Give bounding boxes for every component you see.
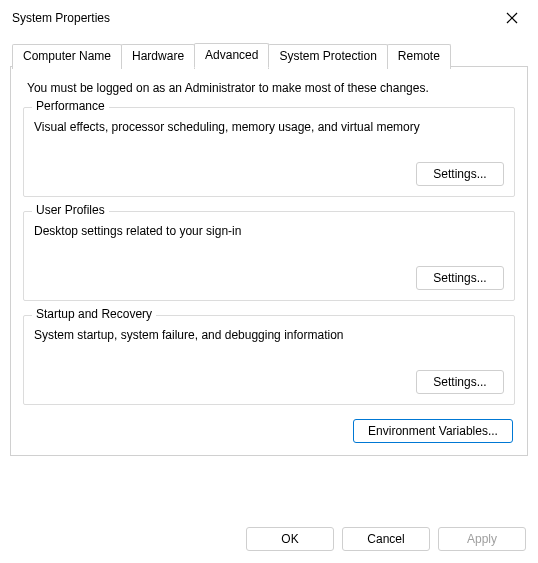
close-icon — [506, 12, 518, 24]
performance-group: Performance Visual effects, processor sc… — [23, 107, 515, 197]
close-button[interactable] — [498, 4, 526, 32]
startup-recovery-desc: System startup, system failure, and debu… — [34, 328, 504, 342]
tab-advanced[interactable]: Advanced — [194, 43, 269, 68]
tab-strip: Computer Name Hardware Advanced System P… — [0, 42, 538, 67]
tab-hardware[interactable]: Hardware — [121, 44, 195, 69]
startup-recovery-group: Startup and Recovery System startup, sys… — [23, 315, 515, 405]
user-profiles-settings-button[interactable]: Settings... — [416, 266, 504, 290]
ok-button[interactable]: OK — [246, 527, 334, 551]
performance-legend: Performance — [32, 99, 109, 113]
user-profiles-legend: User Profiles — [32, 203, 109, 217]
system-properties-window: System Properties Computer Name Hardware… — [0, 0, 538, 563]
performance-desc: Visual effects, processor scheduling, me… — [34, 120, 504, 134]
startup-recovery-legend: Startup and Recovery — [32, 307, 156, 321]
user-profiles-desc: Desktop settings related to your sign-in — [34, 224, 504, 238]
user-profiles-group: User Profiles Desktop settings related t… — [23, 211, 515, 301]
cancel-button[interactable]: Cancel — [342, 527, 430, 551]
tab-system-protection[interactable]: System Protection — [268, 44, 387, 69]
dialog-button-row: OK Cancel Apply — [0, 513, 538, 563]
tab-computer-name[interactable]: Computer Name — [12, 44, 122, 69]
apply-button[interactable]: Apply — [438, 527, 526, 551]
window-title: System Properties — [12, 11, 110, 25]
environment-variables-button[interactable]: Environment Variables... — [353, 419, 513, 443]
advanced-tab-panel: You must be logged on as an Administrato… — [10, 66, 528, 456]
admin-notice: You must be logged on as an Administrato… — [23, 81, 515, 95]
performance-settings-button[interactable]: Settings... — [416, 162, 504, 186]
titlebar: System Properties — [0, 0, 538, 36]
startup-recovery-settings-button[interactable]: Settings... — [416, 370, 504, 394]
tab-remote[interactable]: Remote — [387, 44, 451, 69]
